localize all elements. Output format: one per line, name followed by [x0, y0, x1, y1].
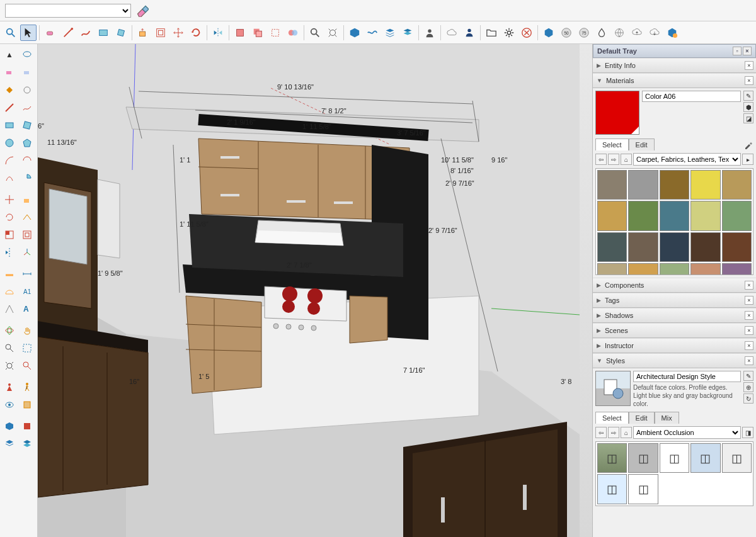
badge-50-icon[interactable]: 50 — [558, 25, 575, 41]
new-style-icon[interactable]: ⊕ — [743, 382, 753, 392]
3dtext-icon[interactable]: A — [19, 301, 35, 317]
panel-scenes[interactable]: ▶Scenes× — [593, 323, 756, 338]
3d-warehouse-icon[interactable] — [346, 25, 363, 41]
droplet-icon[interactable] — [593, 25, 610, 41]
material-swatch[interactable] — [722, 170, 752, 200]
panel-components[interactable]: ▶Components× — [593, 278, 756, 293]
studio-icon[interactable] — [541, 25, 557, 41]
move-tool[interactable] — [170, 25, 186, 41]
scale-icon[interactable] — [1, 227, 18, 243]
layers-icon2[interactable] — [1, 436, 18, 452]
material-swatch[interactable] — [690, 232, 720, 262]
tag-tool-icon[interactable] — [136, 4, 149, 17]
pan-icon[interactable] — [19, 322, 35, 339]
solid-tools[interactable] — [285, 25, 301, 41]
3d-viewport[interactable]: 9' 10 13/16" 7' 8 1/2" 2' 1 9/16" 1' 11 … — [38, 44, 592, 537]
material-swatch[interactable] — [722, 232, 752, 262]
eraser-tool[interactable] — [42, 25, 59, 41]
walk-icon[interactable] — [19, 379, 35, 395]
followme-icon[interactable] — [19, 209, 35, 225]
style-preview[interactable] — [595, 371, 631, 406]
zoom-extents[interactable] — [324, 25, 341, 41]
panel-tags[interactable]: ▶Tags× — [593, 293, 756, 308]
folder-open-icon[interactable] — [483, 25, 500, 41]
panel-materials[interactable]: ▼ Materials × — [593, 73, 756, 88]
style-swatch[interactable]: ◫ — [628, 474, 658, 504]
freehand-icon[interactable] — [19, 99, 35, 116]
look-icon[interactable] — [1, 397, 18, 413]
add-material-icon[interactable]: ⬢ — [743, 102, 753, 112]
tab-mix[interactable]: Mix — [655, 412, 679, 424]
cloud-up-icon[interactable] — [629, 25, 645, 41]
panel-close-icon[interactable]: × — [745, 76, 753, 85]
make-group[interactable] — [249, 25, 266, 41]
gear-icon[interactable] — [501, 25, 517, 41]
tab-edit[interactable]: Edit — [629, 412, 655, 424]
flip-tool[interactable] — [210, 25, 226, 41]
material-swatch[interactable] — [722, 263, 752, 275]
line-icon[interactable] — [1, 99, 18, 116]
material-swatch[interactable] — [690, 170, 720, 200]
material-swatch[interactable] — [660, 232, 689, 262]
material-swatch[interactable] — [660, 263, 689, 275]
position-cam-icon[interactable] — [1, 379, 18, 395]
details-icon[interactable]: ◨ — [742, 427, 753, 438]
material-swatch[interactable] — [597, 232, 627, 262]
material-swatch[interactable] — [628, 201, 658, 230]
details-icon[interactable]: ▸ — [742, 154, 753, 165]
default-material-icon[interactable]: ◪ — [743, 113, 753, 123]
panel-entity-info[interactable]: ▶ Entity Info × — [593, 58, 756, 73]
move-icon[interactable] — [1, 191, 18, 208]
material-swatch[interactable] — [628, 170, 658, 200]
tray-pin-icon[interactable]: ▫ — [733, 47, 742, 55]
render-icon[interactable] — [664, 25, 680, 41]
line-tool[interactable] — [60, 25, 76, 41]
cloud-down-icon[interactable] — [646, 25, 663, 41]
badge-75-icon[interactable]: 75 — [576, 25, 592, 41]
material-name-input[interactable] — [642, 91, 741, 102]
nav-fwd-icon[interactable]: ⇨ — [608, 154, 619, 165]
panel-shadows[interactable]: ▶Shadows× — [593, 308, 756, 323]
eraser-icon[interactable] — [1, 64, 18, 81]
material-swatch[interactable] — [628, 263, 658, 275]
lasso-icon[interactable] — [19, 47, 35, 63]
home-icon[interactable]: ⌂ — [621, 154, 632, 165]
tray-close-icon[interactable]: × — [743, 47, 752, 55]
style-swatch[interactable]: ◫ — [597, 443, 627, 473]
update-style-icon[interactable]: ✎ — [743, 371, 753, 381]
arc-icon[interactable] — [1, 152, 18, 169]
tab-edit[interactable]: Edit — [629, 138, 655, 150]
zoom-tool[interactable] — [307, 25, 323, 41]
style-swatch[interactable]: ◫ — [597, 474, 627, 504]
material-swatch[interactable] — [597, 201, 627, 230]
close-x-icon[interactable] — [518, 25, 535, 41]
warehouse-icon[interactable] — [1, 418, 18, 434]
material-swatch[interactable] — [690, 201, 720, 230]
nav-fwd-icon[interactable]: ⇨ — [608, 427, 619, 438]
collection-select[interactable]: Carpet, Fabrics, Leathers, Tex — [633, 153, 741, 166]
dimension-icon[interactable] — [19, 266, 35, 282]
eraser2-icon[interactable] — [19, 64, 35, 81]
material-swatch[interactable] — [690, 263, 720, 275]
panel-close-icon[interactable]: × — [745, 356, 753, 365]
nav-back-icon[interactable]: ⇦ — [595, 427, 607, 438]
pie-icon[interactable] — [19, 170, 35, 186]
freehand-tool[interactable] — [77, 25, 94, 41]
tray-title-bar[interactable]: Default Tray ▫ × — [593, 44, 756, 58]
ext-icon[interactable] — [19, 418, 35, 434]
layers-icon[interactable] — [382, 25, 398, 41]
nav-back-icon[interactable]: ⇦ — [595, 154, 607, 165]
cloud-icon[interactable] — [444, 25, 460, 41]
refresh-style-icon[interactable]: ↻ — [743, 393, 753, 404]
material-swatch[interactable] — [660, 170, 689, 200]
style-swatch[interactable]: ◫ — [722, 443, 752, 473]
search-icon[interactable] — [3, 25, 19, 41]
globe-icon[interactable] — [611, 25, 627, 41]
pushpull-icon[interactable] — [19, 191, 35, 208]
person-icon[interactable] — [461, 25, 478, 41]
extension-warehouse-icon[interactable] — [364, 25, 381, 41]
zoomext-icon[interactable] — [1, 358, 18, 374]
tag-dropdown[interactable] — [5, 4, 131, 18]
protractor-icon[interactable] — [1, 283, 18, 300]
layers-stack-icon[interactable] — [399, 25, 416, 41]
